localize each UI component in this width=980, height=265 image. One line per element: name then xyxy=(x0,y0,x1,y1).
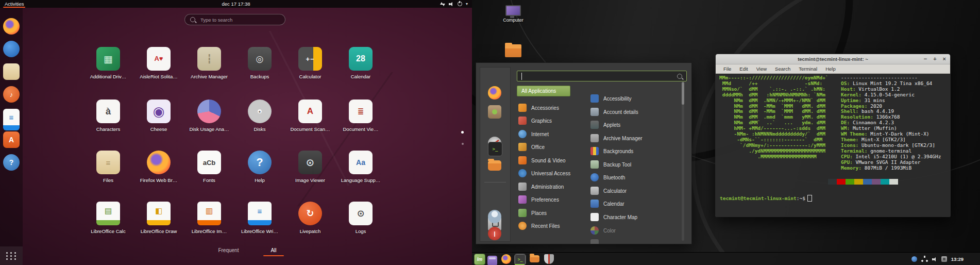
terminal-menu-help[interactable]: Help xyxy=(822,66,839,72)
category-recent-files[interactable]: Recent Files xyxy=(518,221,560,231)
menu-search-box[interactable] xyxy=(517,71,687,81)
menu-app-label: Backgrounds xyxy=(603,148,633,154)
scrollbar-thumb[interactable] xyxy=(682,82,684,105)
app-additional-drivers[interactable]: ▦Additional Driv… xyxy=(85,47,131,79)
menu-search-input[interactable] xyxy=(521,73,677,80)
menu-app-partial[interactable] xyxy=(590,238,599,244)
favorite-terminal[interactable]: >_ xyxy=(488,142,502,156)
volume-icon[interactable] xyxy=(932,256,937,261)
network-icon[interactable] xyxy=(921,256,928,262)
favorite-firefox[interactable] xyxy=(488,86,501,100)
mint-menu-button[interactable]: lm xyxy=(474,254,485,265)
dock-lo-writer[interactable]: ≡ xyxy=(3,109,20,130)
category-graphics[interactable]: Graphics xyxy=(518,115,552,126)
taskbar-clock[interactable]: 13:29 xyxy=(951,256,964,262)
menu-app-archive-manager[interactable]: Archive Manager xyxy=(590,133,643,143)
favorite-software-manager[interactable] xyxy=(488,105,501,119)
app-cheese[interactable]: ◉Cheese xyxy=(136,100,182,132)
terminal-menu-file[interactable]: File xyxy=(720,66,735,72)
dock-ubuntu-software[interactable]: A xyxy=(3,131,20,148)
category-preferences[interactable]: Preferences xyxy=(518,194,559,205)
desktop-icon-home-folder[interactable] xyxy=(499,44,528,57)
taskbar-update-shield[interactable] xyxy=(544,254,554,264)
app-help[interactable]: ?Help xyxy=(236,151,283,183)
show-applications-button[interactable] xyxy=(0,246,23,265)
search-bar[interactable] xyxy=(184,14,285,25)
app-files[interactable]: ≡Files xyxy=(85,151,131,183)
app-backups[interactable]: ◎Backups xyxy=(236,47,283,79)
terminal-menu-view[interactable]: View xyxy=(753,66,770,72)
update-icon[interactable] xyxy=(911,256,917,262)
app-archive-manager[interactable]: ┇Archive Manager xyxy=(186,47,232,79)
category-sound-video[interactable]: Sound & Video xyxy=(518,155,566,165)
category-places[interactable]: Places xyxy=(518,208,547,218)
app-document-scanner[interactable]: ADocument Scan… xyxy=(287,100,333,132)
app-language-support[interactable]: AaLanguage Supp… xyxy=(337,151,384,183)
aisleriot-icon: A♥ xyxy=(147,47,171,71)
app-fonts[interactable]: aCbFonts xyxy=(186,151,232,183)
app-lo-calc[interactable]: ▤LibreOffice Calc xyxy=(85,202,131,234)
system-status-area[interactable]: ▾ xyxy=(440,0,468,8)
app-firefox[interactable]: Firefox Web Br… xyxy=(136,151,182,183)
menu-app-backup-tool[interactable]: Backup Tool xyxy=(590,159,631,170)
all-applications-button[interactable]: All Applications xyxy=(517,86,570,96)
office-icon xyxy=(518,143,527,151)
input-lock-icon[interactable] xyxy=(941,256,947,262)
close-button[interactable]: × xyxy=(943,56,946,62)
taskbar-show-desktop[interactable] xyxy=(487,256,497,265)
category-accessories[interactable]: Accessories xyxy=(518,103,559,113)
menu-app-color[interactable]: Color xyxy=(590,225,616,236)
terminal-title-bar[interactable]: tecmint@tecmint-linux-mint: ~ −+× xyxy=(716,54,950,64)
app-disks[interactable]: ●Disks xyxy=(236,100,283,132)
app-calendar[interactable]: 28Calendar xyxy=(337,47,384,79)
dock-rhythmbox[interactable]: ♪ xyxy=(3,86,20,103)
desktop-icon-computer[interactable]: Computer xyxy=(499,5,528,23)
favorite-shutdown[interactable]: | xyxy=(488,227,501,240)
menu-app-calculator[interactable]: Calculator xyxy=(590,186,627,196)
app-livepatch[interactable]: ↻Livepatch xyxy=(287,202,333,234)
terminal-menu-search[interactable]: Search xyxy=(771,66,794,72)
dock-files[interactable] xyxy=(3,63,20,80)
terminal-menu-edit[interactable]: Edit xyxy=(736,66,751,72)
taskbar-files[interactable] xyxy=(530,255,539,262)
dock-help[interactable]: ? xyxy=(3,154,20,171)
app-characters[interactable]: àCharacters xyxy=(85,100,131,132)
category-internet[interactable]: Internet xyxy=(518,129,549,139)
dock-thunderbird[interactable] xyxy=(3,41,20,57)
terminal-content[interactable]: MMm----::-://////////////////oymNMd+` MM… xyxy=(716,74,950,217)
favorite-files[interactable] xyxy=(488,160,501,171)
menu-app-applets[interactable]: Applets xyxy=(590,120,620,130)
activities-button[interactable]: Activities xyxy=(0,0,28,8)
menu-app-accessibility[interactable]: Accessibility xyxy=(590,93,631,104)
menu-app-account-details[interactable]: Account details xyxy=(590,107,638,117)
dock-firefox[interactable] xyxy=(3,18,20,35)
category-administration[interactable]: Administration xyxy=(518,181,564,192)
favorite-account[interactable] xyxy=(488,210,501,223)
menu-app-bluetooth[interactable]: Bluetooth xyxy=(590,172,625,183)
app-calculator[interactable]: +−Calculator xyxy=(287,47,333,79)
taskbar-terminal[interactable]: >_ xyxy=(515,254,526,265)
tab-frequent[interactable]: Frequent xyxy=(214,246,243,256)
terminal-menu-terminal[interactable]: Terminal xyxy=(795,66,821,72)
menu-app-character-map[interactable]: Character Map xyxy=(590,212,637,222)
app-image-viewer[interactable]: ⊙Image Viewer xyxy=(287,151,333,183)
app-disk-usage-analyzer[interactable]: Disk Usage Ana… xyxy=(186,100,232,132)
menu-app-backgrounds[interactable]: Backgrounds xyxy=(590,146,633,156)
app-lo-impress[interactable]: ▥LibreOffice Im… xyxy=(186,202,232,234)
category-universal-access[interactable]: Universal Access xyxy=(518,168,570,178)
app-document-viewer[interactable]: ≣Document Vie… xyxy=(337,100,384,132)
menu-app-calendar[interactable]: Calendar xyxy=(590,198,624,209)
top-bar-clock[interactable]: dec 17 17:38 xyxy=(0,1,472,7)
maximize-button[interactable]: + xyxy=(933,56,936,62)
app-logs[interactable]: ⊙Logs xyxy=(337,202,384,234)
minimize-button[interactable]: − xyxy=(924,56,927,62)
app-lo-draw[interactable]: ◧LibreOffice Draw xyxy=(136,202,182,234)
menu-scrollbar[interactable] xyxy=(682,82,684,241)
tab-all[interactable]: All xyxy=(266,246,280,256)
app-lo-writer[interactable]: ≡LibreOffice Wri… xyxy=(236,202,283,234)
category-office[interactable]: Office xyxy=(518,142,545,152)
search-input[interactable] xyxy=(199,16,280,23)
taskbar-firefox[interactable] xyxy=(501,254,511,264)
app-aisleriot[interactable]: A♥AisleRiot Solita… xyxy=(136,47,182,79)
terminal-window[interactable]: tecmint@tecmint-linux-mint: ~ −+× FileEd… xyxy=(715,54,951,217)
